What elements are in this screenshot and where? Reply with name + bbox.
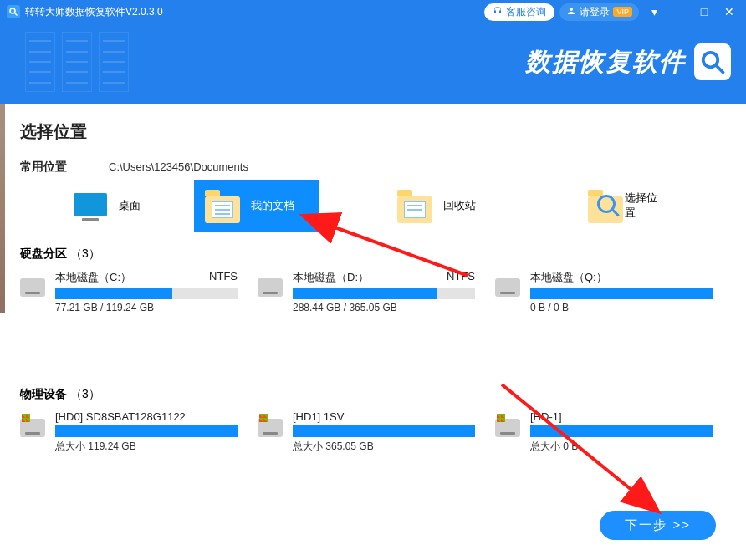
- headset-icon: [493, 6, 503, 18]
- partition-size: 288.44 GB / 365.05 GB: [293, 302, 475, 313]
- customer-service-label: 客服咨询: [506, 5, 546, 19]
- login-button[interactable]: 请登录 VIP: [560, 3, 639, 21]
- usage-bar: [293, 425, 475, 437]
- partition-name: 本地磁盘（C:）: [55, 270, 131, 285]
- partition-item[interactable]: 本地磁盘（D:）NTFS 288.44 GB / 365.05 GB: [258, 270, 475, 313]
- login-label: 请登录: [580, 5, 610, 19]
- usage-bar: [55, 425, 238, 437]
- drive-icon: [20, 414, 47, 440]
- location-label: 桌面: [119, 198, 141, 213]
- partitions-title: 硬盘分区: [20, 247, 67, 260]
- selected-path: C:\Users\123456\Documents: [109, 160, 248, 173]
- svg-point-3: [703, 53, 718, 68]
- minimize-button[interactable]: —: [669, 5, 689, 18]
- device-size: 总大小 365.05 GB: [293, 440, 475, 454]
- devices-title: 物理设备: [20, 387, 67, 400]
- device-name: [HD-1]: [530, 410, 562, 423]
- location-label: 选择位置: [625, 191, 659, 221]
- partition-fs: NTFS: [209, 270, 238, 285]
- recycle-icon: [395, 188, 435, 223]
- common-locations-title: 常用位置: [20, 160, 67, 175]
- location-recycle[interactable]: 回收站: [319, 180, 493, 232]
- user-icon: [566, 6, 576, 18]
- drive-icon: [495, 273, 522, 300]
- customer-service-button[interactable]: 客服咨询: [484, 3, 554, 21]
- partition-item[interactable]: 本地磁盘（C:）NTFS 77.21 GB / 119.24 GB: [20, 270, 238, 313]
- close-button[interactable]: ✕: [719, 5, 739, 18]
- next-button[interactable]: 下一步 >>: [600, 511, 716, 540]
- usage-bar: [530, 425, 713, 437]
- drive-icon: [20, 273, 47, 300]
- location-documents[interactable]: 我的文档: [194, 180, 319, 232]
- location-choose[interactable]: 选择位置: [493, 180, 667, 232]
- choose-folder-icon: [585, 188, 616, 223]
- partition-name: 本地磁盘（Q:）: [530, 270, 607, 285]
- desktop-icon: [70, 188, 110, 223]
- drive-icon: [495, 414, 522, 440]
- brand-title: 数据恢复软件: [525, 45, 686, 79]
- drive-icon: [258, 273, 284, 300]
- device-size: 总大小 119.24 GB: [55, 440, 238, 454]
- page-title: 选择位置: [20, 120, 726, 143]
- drive-icon: [258, 414, 284, 440]
- location-label: 我的文档: [251, 198, 294, 213]
- location-label: 回收站: [443, 198, 476, 213]
- svg-line-4: [717, 66, 723, 73]
- window-title: 转转大师数据恢复软件V2.0.3.0: [25, 5, 484, 19]
- svg-point-0: [10, 8, 15, 13]
- device-name: [HD0] SD8SBAT128G1122: [55, 410, 186, 423]
- usage-bar: [293, 288, 475, 299]
- partition-size: 77.21 GB / 119.24 GB: [55, 302, 238, 313]
- brand-icon: [694, 43, 731, 80]
- location-desktop[interactable]: 桌面: [20, 180, 194, 232]
- documents-icon: [202, 188, 243, 223]
- partition-fs: NTFS: [447, 270, 475, 285]
- device-item[interactable]: [HD-1] 总大小 0 B: [495, 410, 713, 454]
- partitions-count: （3）: [70, 247, 100, 260]
- svg-point-2: [570, 8, 573, 11]
- menu-button[interactable]: ▾: [644, 5, 664, 18]
- svg-line-1: [15, 13, 18, 16]
- header-banner: 数据恢复软件: [0, 23, 746, 104]
- device-name: [HD1] 1SV: [293, 410, 344, 423]
- maximize-button[interactable]: □: [694, 5, 714, 18]
- device-item[interactable]: [HD1] 1SV 总大小 365.05 GB: [258, 410, 475, 454]
- left-edge-decoration: [0, 104, 5, 313]
- vip-badge: VIP: [613, 7, 632, 17]
- partition-size: 0 B / 0 B: [530, 302, 713, 313]
- usage-bar: [530, 288, 713, 299]
- app-logo-icon: [7, 5, 20, 18]
- device-size: 总大小 0 B: [530, 440, 713, 454]
- device-item[interactable]: [HD0] SD8SBAT128G1122 总大小 119.24 GB: [20, 410, 238, 454]
- devices-count: （3）: [70, 387, 100, 400]
- partition-name: 本地磁盘（D:）: [293, 270, 369, 285]
- partition-item[interactable]: 本地磁盘（Q:） 0 B / 0 B: [495, 270, 713, 313]
- usage-bar: [55, 288, 238, 299]
